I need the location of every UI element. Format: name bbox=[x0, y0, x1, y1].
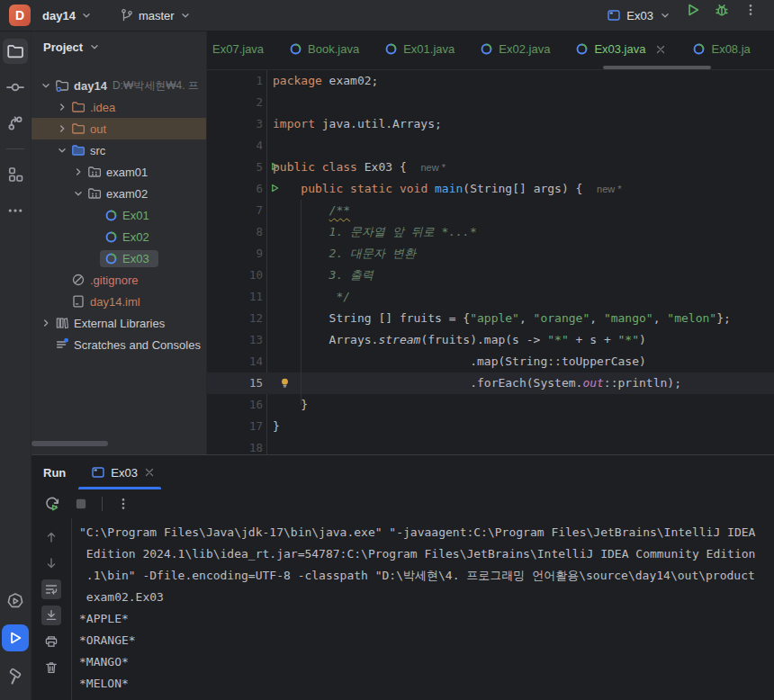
tree-item--idea[interactable]: .idea bbox=[32, 96, 206, 118]
scroll-to-end-button[interactable] bbox=[41, 606, 61, 625]
project-horizontal-scrollbar[interactable] bbox=[32, 441, 108, 446]
stop-button[interactable] bbox=[71, 494, 91, 514]
run-panel-title: Run bbox=[43, 466, 66, 480]
tree-item-day14[interactable]: day14D:₩박세현₩4. 프 bbox=[32, 75, 206, 96]
vcs-branch-widget[interactable]: master bbox=[113, 4, 198, 26]
console-output[interactable]: "C:\Program Files\Java\jdk-17\bin\java.e… bbox=[79, 522, 774, 700]
intention-lightbulb-icon[interactable] bbox=[279, 376, 291, 390]
chevron-down-icon bbox=[88, 40, 101, 53]
tree-item-exam01[interactable]: exam01 bbox=[32, 161, 206, 183]
tree-item-exam02[interactable]: exam02 bbox=[32, 183, 206, 204]
console-line: exam02.Ex03 bbox=[79, 587, 774, 608]
project-panel-header[interactable]: Project bbox=[32, 31, 206, 62]
line-number: 14 bbox=[207, 351, 263, 372]
tool-more-button[interactable] bbox=[3, 198, 28, 223]
code-line-6: 6 public static void main(String[] args)… bbox=[207, 178, 774, 200]
editor-tab-ex01-java[interactable]: Ex01.java bbox=[372, 31, 467, 67]
tree-item-external-libraries[interactable]: External Libraries bbox=[32, 312, 206, 334]
chevron-right-icon[interactable] bbox=[39, 317, 53, 329]
tool-commit-button[interactable] bbox=[3, 75, 28, 100]
tree-item-src[interactable]: src bbox=[32, 139, 206, 161]
folder-src-icon bbox=[69, 143, 87, 157]
code-text: import java.util.Arrays; bbox=[273, 113, 442, 135]
code-line-8: 8 1. 문자열 앞 뒤로 *...* bbox=[207, 221, 774, 243]
code-text: /** bbox=[273, 200, 350, 221]
soft-wrap-button[interactable] bbox=[41, 579, 61, 599]
tool-structure-button[interactable] bbox=[3, 162, 28, 187]
print-button[interactable] bbox=[41, 632, 61, 651]
chevron-down-icon bbox=[179, 9, 192, 22]
more-actions-button[interactable] bbox=[738, 0, 763, 22]
java-class-icon bbox=[692, 42, 706, 56]
line-number: 7 bbox=[207, 200, 263, 221]
tool-run-button[interactable] bbox=[2, 624, 29, 651]
line-number: 1 bbox=[207, 70, 263, 92]
editor-tab-ex02-java[interactable]: Ex02.java bbox=[467, 31, 562, 67]
code-line-15: 15 .forEach(System.out::println); bbox=[207, 372, 774, 394]
library-icon bbox=[53, 316, 71, 330]
next-occurrence-button[interactable] bbox=[41, 553, 61, 573]
line-number: 6 bbox=[207, 178, 263, 200]
main-toolbar: D day14 master Ex03 bbox=[0, 0, 774, 31]
tree-item--gitignore[interactable]: .gitignore bbox=[32, 269, 206, 291]
clear-console-button[interactable] bbox=[41, 658, 61, 678]
code-text: 3. 출력 bbox=[273, 265, 374, 286]
close-icon[interactable] bbox=[654, 43, 667, 56]
code-line-11: 11 */ bbox=[207, 286, 774, 308]
tree-item-label: exam01 bbox=[106, 166, 148, 179]
selected-tree-item: Ex03 bbox=[100, 250, 158, 267]
tool-project-button[interactable] bbox=[3, 39, 28, 64]
code-line-16: 16 } bbox=[207, 394, 774, 416]
run-button[interactable] bbox=[680, 0, 706, 22]
java-class-icon bbox=[289, 42, 302, 56]
tool-services-button[interactable] bbox=[3, 588, 28, 614]
prev-occurrence-button[interactable] bbox=[41, 527, 61, 547]
tab-label: Ex08.ja bbox=[711, 42, 750, 56]
tree-item-ex03[interactable]: Ex03 bbox=[32, 247, 206, 269]
tab-scrollbar[interactable] bbox=[603, 66, 711, 69]
chevron-down-icon[interactable] bbox=[39, 79, 53, 92]
code-line-3: 3import java.util.Arrays; bbox=[207, 113, 774, 135]
ignored-icon bbox=[69, 273, 87, 287]
tree-item-day14-iml[interactable]: day14.iml bbox=[32, 291, 206, 312]
tree-item-scratches-and-consoles[interactable]: Scratches and Consoles bbox=[32, 334, 206, 355]
chevron-right-icon[interactable] bbox=[55, 122, 69, 135]
editor-tab-book-java[interactable]: Book.java bbox=[276, 31, 372, 67]
code-line-13: 13 Arrays.stream(fruits).map(s -> "*" + … bbox=[207, 329, 774, 351]
tree-item-ex02[interactable]: Ex02 bbox=[32, 226, 206, 247]
run-panel-header: Run Ex03 bbox=[32, 455, 774, 489]
editor-tab-ex03-java[interactable]: Ex03.java bbox=[562, 31, 680, 67]
chevron-down-icon[interactable] bbox=[71, 187, 86, 200]
code-line-18: 18 bbox=[207, 437, 774, 454]
code-line-10: 10 3. 출력 bbox=[207, 265, 774, 286]
project-name: day14 bbox=[42, 9, 76, 22]
editor-tab-ex08-ja[interactable]: Ex08.ja bbox=[680, 31, 762, 67]
editor-tab-ex07-java[interactable]: Ex07.java bbox=[207, 31, 276, 67]
code-editor[interactable]: 1package exam02;23import java.util.Array… bbox=[207, 70, 774, 454]
chevron-right-icon[interactable] bbox=[55, 101, 69, 113]
editor-area: Ex07.javaBook.javaEx01.javaEx02.javaEx03… bbox=[207, 31, 774, 454]
run-configuration-selector[interactable]: Ex03 bbox=[601, 4, 677, 26]
tool-vcs-button[interactable] bbox=[3, 111, 28, 136]
tree-item-out[interactable]: out bbox=[32, 118, 206, 139]
run-tab[interactable]: Ex03 bbox=[91, 465, 156, 480]
close-icon[interactable] bbox=[143, 466, 156, 479]
code-line-4: 4 bbox=[207, 135, 774, 157]
code-line-1: 1package exam02; bbox=[207, 70, 774, 92]
package-icon bbox=[86, 186, 104, 201]
line-number: 8 bbox=[207, 221, 263, 243]
tree-item-label: day14 bbox=[74, 79, 107, 93]
chevron-right-icon[interactable] bbox=[71, 166, 86, 178]
line-number: 4 bbox=[207, 135, 263, 157]
chevron-down-icon[interactable] bbox=[55, 144, 69, 157]
code-text: Arrays.stream(fruits).map(s -> "*" + s +… bbox=[273, 329, 646, 351]
more-options-button[interactable] bbox=[113, 494, 133, 514]
debug-button[interactable] bbox=[709, 0, 734, 22]
rerun-button[interactable] bbox=[42, 494, 62, 514]
tool-build-button[interactable] bbox=[3, 664, 28, 689]
project-widget[interactable]: day14 bbox=[36, 5, 99, 26]
line-number: 11 bbox=[207, 286, 263, 308]
tree-item-label: Ex01 bbox=[122, 209, 149, 222]
line-number: 17 bbox=[207, 416, 263, 437]
tree-item-ex01[interactable]: Ex01 bbox=[32, 204, 206, 226]
